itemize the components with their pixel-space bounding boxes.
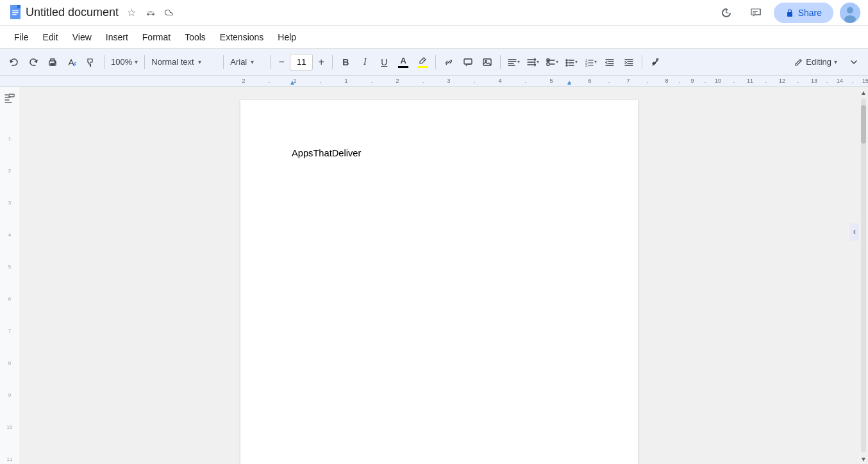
- svg-text:15: 15: [862, 78, 868, 84]
- svg-text:.: .: [525, 78, 527, 84]
- menu-extensions[interactable]: Extensions: [213, 29, 270, 45]
- text-color-indicator: A: [398, 56, 408, 68]
- text-color-button[interactable]: A: [394, 53, 412, 71]
- scroll-up-button[interactable]: ▲: [859, 87, 868, 97]
- bulleted-list-button[interactable]: ▾: [562, 53, 580, 71]
- zoom-chevron-icon: ▾: [135, 58, 138, 65]
- zoom-selector[interactable]: 100% ▾: [108, 53, 140, 71]
- menu-insert[interactable]: Insert: [99, 29, 135, 45]
- svg-text:5: 5: [8, 264, 12, 270]
- share-button[interactable]: Share: [774, 3, 833, 23]
- cloud-save-button[interactable]: [162, 5, 178, 21]
- svg-point-23: [566, 60, 567, 61]
- spellcheck-button[interactable]: [63, 53, 81, 71]
- svg-text:.: .: [320, 78, 322, 84]
- document-content[interactable]: AppsThatDeliver: [292, 146, 587, 160]
- ruler: 2 . 1 . 1 . 2 . 3 . 4 . 5 . 6 . 7 . 8 . …: [0, 76, 868, 87]
- svg-text:11: 11: [7, 456, 13, 462]
- svg-rect-9: [753, 12, 756, 13]
- svg-text:1: 1: [293, 78, 296, 84]
- scroll-down-button[interactable]: ▼: [859, 454, 868, 464]
- line-spacing-button[interactable]: ▾: [524, 53, 542, 71]
- editing-mode-button[interactable]: Editing ▾: [788, 54, 844, 69]
- svg-text:.: .: [826, 78, 828, 84]
- inline-comment-button[interactable]: [459, 53, 477, 71]
- menu-edit[interactable]: Edit: [37, 29, 65, 45]
- underline-button[interactable]: U: [375, 53, 393, 71]
- indent-increase-button[interactable]: [620, 53, 638, 71]
- font-value: Arial: [230, 57, 247, 67]
- svg-text:.: .: [474, 78, 476, 84]
- font-size-input[interactable]: [290, 54, 313, 70]
- svg-text:8: 8: [665, 78, 668, 84]
- svg-text:2: 2: [242, 78, 245, 84]
- expand-toolbar-button[interactable]: [845, 53, 863, 71]
- highlight-indicator: [417, 56, 428, 68]
- title-right: Share: [715, 1, 860, 24]
- insert-link-button[interactable]: [440, 53, 458, 71]
- toolbar-sep-4: [270, 55, 271, 69]
- font-size-decrease-button[interactable]: −: [274, 54, 288, 70]
- document-page: AppsThatDeliver: [240, 100, 638, 464]
- font-selector[interactable]: Arial ▾: [228, 53, 266, 71]
- document-text[interactable]: AppsThatDeliver: [292, 146, 587, 160]
- insert-image-button[interactable]: [478, 53, 496, 71]
- scrollbar-track[interactable]: [861, 99, 866, 452]
- svg-text:9: 9: [8, 392, 12, 398]
- style-selector[interactable]: Normal text ▾: [149, 53, 219, 71]
- svg-rect-17: [90, 64, 91, 67]
- svg-point-24: [566, 62, 567, 63]
- document-canvas[interactable]: AppsThatDeliver: [19, 87, 859, 464]
- menu-format[interactable]: Format: [136, 29, 177, 45]
- align-button[interactable]: ▾: [505, 53, 522, 71]
- checklist-button[interactable]: ▾: [543, 53, 561, 71]
- star-button[interactable]: ☆: [124, 5, 139, 21]
- svg-text:3: 3: [447, 78, 450, 84]
- svg-text:3: 3: [8, 200, 12, 206]
- svg-point-16: [54, 62, 56, 63]
- undo-button[interactable]: [5, 53, 23, 71]
- svg-text:1: 1: [344, 78, 347, 84]
- svg-rect-8: [753, 11, 758, 12]
- numbered-list-button[interactable]: 1. 2. 3. ▾: [581, 53, 599, 71]
- svg-text:11: 11: [747, 78, 753, 84]
- version-history-button[interactable]: [715, 1, 738, 24]
- svg-text:3.: 3.: [585, 63, 588, 67]
- svg-point-7: [153, 13, 154, 15]
- svg-text:6: 6: [8, 296, 12, 302]
- toolbar-sep-2: [144, 55, 145, 69]
- document-title[interactable]: Untitled document: [26, 6, 119, 19]
- user-avatar[interactable]: [840, 3, 860, 23]
- menu-bar: File Edit View Insert Format Tools Exten…: [0, 26, 868, 49]
- svg-rect-5: [12, 14, 17, 15]
- move-to-drive-button[interactable]: [143, 5, 158, 21]
- editing-mode-chevron-icon: ▾: [834, 58, 837, 65]
- menu-help[interactable]: Help: [271, 29, 303, 45]
- vertical-ruler-svg: 1 2 3 4 5 6 7 8 9 10 11: [0, 108, 19, 464]
- menu-file[interactable]: File: [8, 29, 35, 45]
- font-size-increase-button[interactable]: +: [314, 54, 328, 70]
- menu-view[interactable]: View: [66, 29, 98, 45]
- title-icons: ☆: [124, 5, 178, 21]
- menu-tools[interactable]: Tools: [178, 29, 212, 45]
- main-area: 1 2 3 4 5 6 7 8 9 10 11 AppsThatDeliver …: [0, 87, 868, 464]
- redo-button[interactable]: [24, 53, 42, 71]
- clear-formatting-button[interactable]: [646, 53, 664, 71]
- lock-icon: [785, 8, 794, 17]
- toolbar-sep-5: [332, 55, 333, 69]
- comment-button[interactable]: [744, 1, 767, 24]
- svg-rect-15: [51, 63, 54, 65]
- scrollbar-thumb[interactable]: [861, 105, 866, 144]
- bold-button[interactable]: B: [337, 53, 355, 71]
- highlight-button[interactable]: [413, 53, 431, 71]
- panel-collapse-button[interactable]: [850, 223, 859, 241]
- svg-text:.: .: [705, 78, 706, 84]
- outline-toggle-button[interactable]: [4, 92, 15, 106]
- paint-format-button[interactable]: [82, 53, 100, 71]
- vertical-scrollbar[interactable]: ▲ ▼: [859, 87, 868, 464]
- svg-text:.: .: [570, 78, 572, 84]
- indent-decrease-button[interactable]: [601, 53, 619, 71]
- italic-button[interactable]: I: [356, 53, 374, 71]
- zoom-value: 100%: [111, 57, 132, 67]
- print-button[interactable]: [44, 53, 62, 71]
